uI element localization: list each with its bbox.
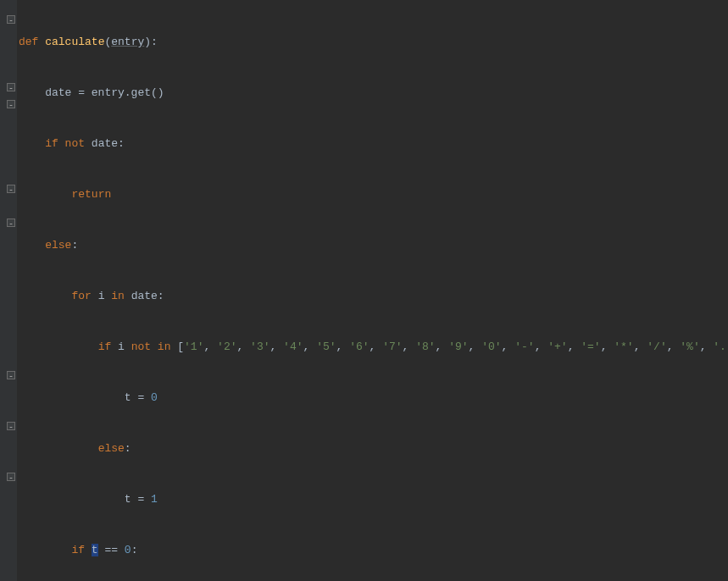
fold-icon[interactable]: [7, 371, 15, 379]
code-line[interactable]: else:: [19, 237, 728, 254]
code-line[interactable]: def calculate(entry):: [19, 34, 728, 51]
code-area[interactable]: def calculate(entry): date = entry.get()…: [19, 0, 728, 581]
fold-icon[interactable]: [7, 185, 15, 193]
code-line[interactable]: else:: [19, 440, 728, 457]
code-line[interactable]: for i in date:: [19, 288, 728, 305]
fold-icon[interactable]: [7, 83, 15, 91]
code-line[interactable]: date = entry.get(): [19, 85, 728, 102]
code-editor[interactable]: def calculate(entry): date = entry.get()…: [0, 0, 728, 581]
fold-icon[interactable]: [7, 473, 15, 481]
fold-icon[interactable]: [7, 422, 15, 430]
fold-icon[interactable]: [7, 219, 15, 227]
fold-icon[interactable]: [7, 100, 15, 108]
code-line[interactable]: t = 1: [19, 491, 728, 508]
code-line[interactable]: if i not in ['1', '2', '3', '4', '5', '6…: [19, 339, 728, 356]
gutter: [0, 0, 17, 581]
code-line[interactable]: if not date:: [19, 136, 728, 152]
code-line[interactable]: return: [19, 186, 728, 203]
code-line[interactable]: if t == 0:: [19, 542, 728, 559]
code-line[interactable]: t = 0: [19, 390, 728, 407]
fold-icon[interactable]: [7, 15, 15, 24]
